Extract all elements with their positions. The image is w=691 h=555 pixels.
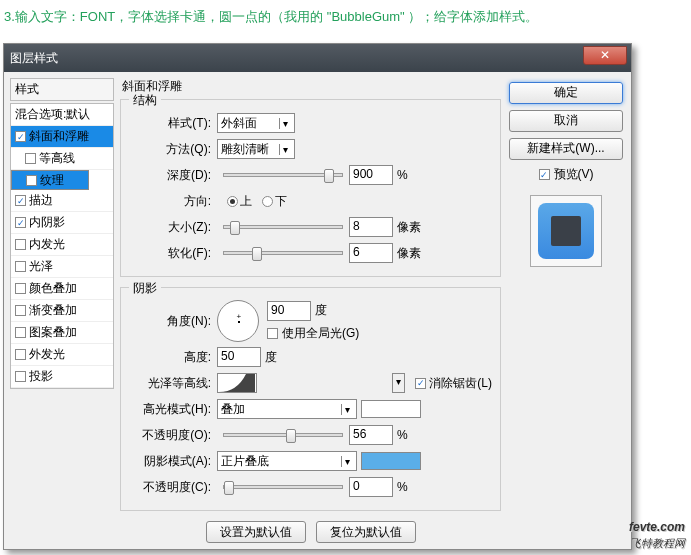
preview-label: 预览(V) <box>554 166 594 183</box>
chevron-down-icon: ▾ <box>341 404 353 415</box>
soften-input[interactable]: 6 <box>349 243 393 263</box>
size-slider[interactable] <box>223 225 343 229</box>
stroke-item[interactable]: ✓描边 <box>11 190 113 212</box>
angle-wheel[interactable]: + <box>217 300 259 342</box>
chevron-down-icon: ▾ <box>279 144 291 155</box>
depth-unit: % <box>397 168 408 182</box>
drop-shadow-item[interactable]: 投影 <box>11 366 113 388</box>
shadow-opacity-label: 不透明度(C): <box>129 479 217 496</box>
soften-slider[interactable] <box>223 251 343 255</box>
dialog-titlebar[interactable]: 图层样式 ✕ <box>4 44 631 72</box>
shadow-opacity-input[interactable]: 0 <box>349 477 393 497</box>
color-overlay-item[interactable]: 颜色叠加 <box>11 278 113 300</box>
preview-box <box>530 195 602 267</box>
shadow-color-swatch[interactable] <box>361 452 421 470</box>
highlight-color-swatch[interactable] <box>361 400 421 418</box>
size-unit: 像素 <box>397 219 421 236</box>
shadow-mode-label: 阴影模式(A): <box>129 453 217 470</box>
structure-legend: 结构 <box>129 92 161 109</box>
shadow-mode-select[interactable]: 正片叠底▾ <box>217 451 357 471</box>
direction-label: 方向: <box>129 193 217 210</box>
cancel-button[interactable]: 取消 <box>509 110 623 132</box>
styles-list: 混合选项:默认 ✓斜面和浮雕 等高线 纹理 ✓描边 ✓内阴影 内发光 光泽 颜色… <box>10 103 114 389</box>
preview-checkbox[interactable]: ✓ <box>539 169 550 180</box>
altitude-label: 高度: <box>129 349 217 366</box>
outer-glow-item[interactable]: 外发光 <box>11 344 113 366</box>
size-label: 大小(Z): <box>129 219 217 236</box>
depth-label: 深度(D): <box>129 167 217 184</box>
bevel-section-title: 斜面和浮雕 <box>120 78 501 99</box>
right-panel: 确定 取消 新建样式(W)... ✓ 预览(V) <box>507 78 625 543</box>
instruction-text: 3.输入文字：FONT，字体选择卡通，圆一点的（我用的 "BubbleGum" … <box>0 0 691 34</box>
checkbox-icon[interactable] <box>15 349 26 360</box>
chevron-down-icon: ▾ <box>341 456 353 467</box>
size-input[interactable]: 8 <box>349 217 393 237</box>
antialias-checkbox[interactable]: ✓ <box>415 378 426 389</box>
checkbox-icon[interactable] <box>15 283 26 294</box>
global-light-label: 使用全局光(G) <box>282 325 359 342</box>
checkbox-checked-icon[interactable]: ✓ <box>15 217 26 228</box>
altitude-unit: 度 <box>265 349 277 366</box>
close-button[interactable]: ✕ <box>583 46 627 65</box>
angle-label: 角度(N): <box>129 313 217 330</box>
soften-unit: 像素 <box>397 245 421 262</box>
close-icon: ✕ <box>600 48 610 62</box>
checkbox-icon[interactable] <box>15 239 26 250</box>
layer-style-dialog: 图层样式 ✕ 样式 混合选项:默认 ✓斜面和浮雕 等高线 纹理 ✓描边 ✓内阴影… <box>3 43 632 550</box>
watermark: fevte.com 飞特教程网 <box>629 513 685 551</box>
altitude-input[interactable]: 50 <box>217 347 261 367</box>
highlight-opacity-label: 不透明度(O): <box>129 427 217 444</box>
contour-item[interactable]: 等高线 <box>11 148 113 170</box>
technique-label: 方法(Q): <box>129 141 217 158</box>
preview-swatch <box>538 203 594 259</box>
bevel-emboss-item[interactable]: ✓斜面和浮雕 <box>11 126 113 148</box>
gradient-overlay-item[interactable]: 渐变叠加 <box>11 300 113 322</box>
global-light-checkbox[interactable] <box>267 328 278 339</box>
chevron-down-icon[interactable]: ▾ <box>392 373 405 393</box>
structure-fieldset: 结构 样式(T): 外斜面▾ 方法(Q): 雕刻清晰▾ 深度(D): 900 %… <box>120 99 501 277</box>
highlight-opacity-slider[interactable] <box>223 433 343 437</box>
checkbox-icon[interactable] <box>15 261 26 272</box>
highlight-opacity-unit: % <box>397 428 408 442</box>
highlight-opacity-input[interactable]: 56 <box>349 425 393 445</box>
dialog-title: 图层样式 <box>10 50 58 67</box>
shadow-opacity-unit: % <box>397 480 408 494</box>
depth-input[interactable]: 900 <box>349 165 393 185</box>
style-select[interactable]: 外斜面▾ <box>217 113 295 133</box>
checkbox-checked-icon[interactable]: ✓ <box>15 131 26 142</box>
blend-options-item[interactable]: 混合选项:默认 <box>11 104 113 126</box>
make-default-button[interactable]: 设置为默认值 <box>206 521 306 543</box>
styles-panel: 样式 混合选项:默认 ✓斜面和浮雕 等高线 纹理 ✓描边 ✓内阴影 内发光 光泽… <box>10 78 114 543</box>
shading-legend: 阴影 <box>129 280 161 297</box>
settings-panel: 斜面和浮雕 结构 样式(T): 外斜面▾ 方法(Q): 雕刻清晰▾ 深度(D):… <box>120 78 501 543</box>
gloss-contour-label: 光泽等高线: <box>129 375 217 392</box>
gloss-contour-picker[interactable] <box>217 373 257 393</box>
highlight-mode-select[interactable]: 叠加▾ <box>217 399 357 419</box>
texture-item[interactable]: 纹理 <box>11 170 89 190</box>
new-style-button[interactable]: 新建样式(W)... <box>509 138 623 160</box>
inner-shadow-item[interactable]: ✓内阴影 <box>11 212 113 234</box>
direction-up-radio[interactable] <box>227 196 238 207</box>
shadow-opacity-slider[interactable] <box>223 485 343 489</box>
checkbox-icon[interactable] <box>15 327 26 338</box>
direction-down-radio[interactable] <box>262 196 273 207</box>
pattern-overlay-item[interactable]: 图案叠加 <box>11 322 113 344</box>
style-label: 样式(T): <box>129 115 217 132</box>
reset-default-button[interactable]: 复位为默认值 <box>316 521 416 543</box>
depth-slider[interactable] <box>223 173 343 177</box>
antialias-label: 消除锯齿(L) <box>429 375 492 392</box>
angle-input[interactable]: 90 <box>267 301 311 321</box>
technique-select[interactable]: 雕刻清晰▾ <box>217 139 295 159</box>
checkbox-checked-icon[interactable]: ✓ <box>15 195 26 206</box>
ok-button[interactable]: 确定 <box>509 82 623 104</box>
angle-unit: 度 <box>315 302 327 319</box>
highlight-mode-label: 高光模式(H): <box>129 401 217 418</box>
styles-header: 样式 <box>10 78 114 101</box>
checkbox-icon[interactable] <box>15 305 26 316</box>
checkbox-icon[interactable] <box>15 371 26 382</box>
inner-glow-item[interactable]: 内发光 <box>11 234 113 256</box>
satin-item[interactable]: 光泽 <box>11 256 113 278</box>
checkbox-icon[interactable] <box>25 153 36 164</box>
checkbox-icon[interactable] <box>26 175 37 186</box>
soften-label: 软化(F): <box>129 245 217 262</box>
